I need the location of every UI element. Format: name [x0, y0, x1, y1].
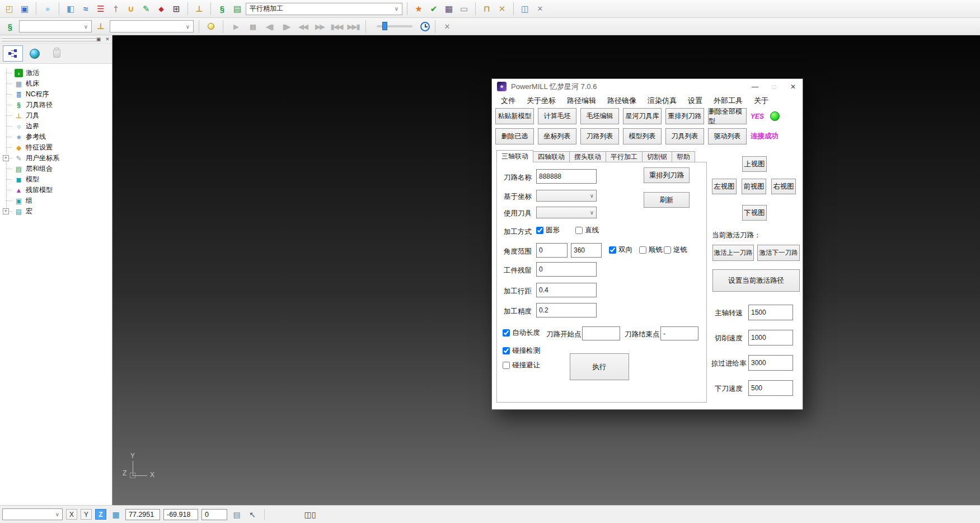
tab-parallel[interactable]: 平行加工 [606, 151, 643, 162]
fast-forward-button[interactable]: ▶▶ [312, 20, 327, 32]
play-button[interactable]: ▶ [228, 20, 243, 32]
mode-line-checkbox[interactable]: 直线 [575, 226, 599, 235]
menu-render-sim[interactable]: 渲染仿真 [642, 94, 682, 107]
menu-path-mirror[interactable]: 路径镜像 [602, 94, 642, 107]
sim-tool-select[interactable]: ∨ [110, 20, 194, 32]
tree-item-boundaries[interactable]: ○ 边界 [0, 121, 112, 132]
speed-slider[interactable] [377, 25, 412, 27]
path-end-input[interactable] [660, 326, 698, 340]
panel-float-icon[interactable]: ▣ [95, 36, 102, 43]
climb-input[interactable] [639, 246, 646, 254]
use-tool-select[interactable]: ∨ [536, 207, 597, 218]
rearrange-button[interactable]: 重排列刀路 [644, 167, 690, 183]
menu-about[interactable]: 关于 [748, 94, 774, 107]
axis-x-button[interactable]: X [66, 509, 77, 520]
tree-item-groups[interactable]: ▣ 组 [0, 195, 112, 206]
toolpath-icon[interactable]: § [215, 2, 229, 16]
mode-line-input[interactable] [575, 227, 583, 234]
lightbulb-icon[interactable] [208, 23, 214, 30]
step-forward-button[interactable]: ▮▶ [279, 20, 293, 32]
view-top-button[interactable]: 上视图 [742, 156, 767, 172]
stepover-input[interactable] [536, 283, 597, 297]
activate-prev-button[interactable]: 激活上一刀路 [712, 245, 754, 261]
check-toolpath-icon[interactable]: ✔ [427, 2, 440, 16]
tab-saw[interactable]: 切割锯 [642, 151, 672, 162]
close-toolbar-icon[interactable]: ✕ [440, 20, 454, 33]
expander-icon[interactable]: + [3, 155, 9, 161]
menu-external-tools[interactable]: 外部工具 [708, 94, 748, 107]
tab-explorer-tree[interactable] [3, 45, 23, 62]
mode-circle-input[interactable] [536, 227, 543, 234]
points-icon[interactable]: ◆ [154, 2, 168, 16]
tool-create-icon[interactable]: † [109, 2, 123, 16]
menu-about-coords[interactable]: 关于坐标 [521, 94, 561, 107]
execute-button[interactable]: 执行 [570, 353, 629, 380]
cylinders-icon[interactable]: ◫ [518, 2, 532, 16]
menu-file[interactable]: 文件 [495, 94, 521, 107]
statusbar-select[interactable]: ∨ [2, 508, 63, 520]
path-start-input[interactable] [582, 326, 620, 340]
tool-library-button[interactable]: 星河刀具库 [623, 108, 662, 124]
tree-item-levels-sets[interactable]: ▤ 层和组合 [0, 164, 112, 174]
collision-avoid-checkbox[interactable]: 碰撞避让 [503, 361, 540, 370]
tree-item-patterns[interactable]: ∗ 参考线 [0, 132, 112, 142]
block-edit-button[interactable]: 毛坯编辑 [580, 108, 619, 124]
rearrange-paths-button[interactable]: 重排列刀路 [665, 108, 704, 124]
view-left-button[interactable]: 左视图 [712, 179, 737, 194]
skim-feed-input[interactable] [748, 355, 793, 371]
expander-icon[interactable]: + [3, 208, 9, 214]
ruler-icon[interactable]: ▭ [457, 2, 471, 16]
angle-from-input[interactable] [536, 243, 568, 258]
auto-length-checkbox[interactable]: 自动长度 [503, 328, 540, 338]
calc-block-button[interactable]: 计算毛坯 [538, 108, 576, 124]
coord-list-button[interactable]: 坐标列表 [538, 128, 576, 144]
tree-item-activate[interactable]: › 激活 [0, 68, 112, 78]
spindle-speed-input[interactable] [748, 305, 793, 320]
tool-holder-icon[interactable]: ⊥ [193, 2, 206, 16]
path-list-button[interactable]: 刀路列表 [580, 128, 619, 144]
save-project-icon[interactable]: ▣ [18, 2, 31, 16]
axis-z-button[interactable]: Z [95, 509, 106, 520]
bidirectional-checkbox[interactable]: 双向 [609, 245, 632, 255]
tab-web[interactable] [25, 45, 45, 62]
climb-checkbox[interactable]: 顺铣 [639, 245, 663, 255]
paste-new-model-button[interactable]: 粘贴新模型 [495, 108, 534, 124]
clock-icon[interactable] [420, 22, 430, 31]
axis-y-button[interactable]: Y [81, 509, 92, 520]
refresh-button[interactable]: 刷新 [644, 192, 690, 208]
sim-toolpath-select[interactable]: ∨ [19, 20, 92, 32]
collision-check-input[interactable] [503, 347, 510, 354]
close-button[interactable]: ✕ [784, 80, 803, 94]
go-to-start-button[interactable]: ▮◀◀ [329, 20, 344, 32]
step-back-button[interactable]: ◀▮ [262, 20, 276, 32]
tree-item-macros[interactable]: + ▤ 宏 [0, 206, 112, 217]
toolpath-name-input[interactable] [536, 169, 597, 184]
conventional-input[interactable] [664, 246, 671, 254]
view-bottom-button[interactable]: 下视图 [742, 205, 767, 221]
auto-length-input[interactable] [503, 329, 510, 337]
pointer-icon[interactable]: ↖ [246, 509, 259, 520]
toolpath-list-icon[interactable]: ▤ [231, 2, 244, 16]
tree-item-nc-programs[interactable]: ≣ NC程序 [0, 89, 112, 100]
tool-pair-icon[interactable]: ⊓ [480, 2, 494, 16]
panel-dock-header[interactable]: ▣ ✕ [0, 35, 112, 44]
open-project-icon[interactable]: ◰ [3, 2, 16, 16]
boundary-icon[interactable]: ∪ [124, 2, 138, 16]
tree-item-stock-models[interactable]: ▲ 残留模型 [0, 185, 112, 195]
split-view-icon[interactable]: ◫▯ [304, 509, 316, 520]
tab-3axis[interactable]: 三轴联动 [496, 150, 533, 162]
tab-help[interactable]: 帮助 [672, 151, 695, 162]
panel-close-icon[interactable]: ✕ [104, 36, 111, 43]
workplane-icon[interactable]: ⊞ [170, 2, 183, 16]
close-toolbar-icon[interactable]: ✕ [533, 2, 547, 16]
tree-item-feature-sets[interactable]: ◆ 特征设置 [0, 142, 112, 153]
strategy-select[interactable]: 平行精加工 ∨ [246, 3, 402, 15]
verify-toolpath-icon[interactable]: ★ [412, 2, 425, 16]
tree-item-tools[interactable]: ⊥ 刀具 [0, 110, 112, 121]
coord-y-field[interactable]: -69.918 [163, 509, 198, 520]
delete-selected-button[interactable]: 删除已选 [495, 128, 534, 144]
collision-avoid-input[interactable] [503, 362, 510, 369]
angle-to-input[interactable] [571, 243, 602, 258]
minimize-button[interactable]: — [745, 80, 765, 94]
calculator-icon[interactable]: ▦ [442, 2, 456, 16]
